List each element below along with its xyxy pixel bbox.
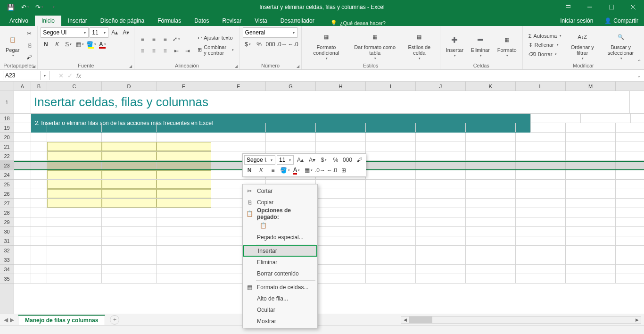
row-header[interactable]: 18 (0, 114, 14, 123)
row-header[interactable]: 19 (0, 123, 14, 133)
grow-font-icon[interactable]: A▴ (109, 27, 120, 38)
mini-border-icon[interactable]: ▦▾ (303, 166, 314, 175)
fill-button[interactable]: ↧ Rellenar▾ (526, 41, 564, 49)
ribbon-options-icon[interactable] (557, 0, 579, 14)
sheet-nav-next-icon[interactable]: ▶ (10, 317, 14, 323)
tab-data[interactable]: Datos (188, 16, 215, 26)
enter-formula-icon[interactable]: ✓ (67, 72, 73, 79)
new-sheet-button[interactable]: + (110, 315, 119, 325)
decrease-decimal-icon[interactable]: ←.0 (288, 39, 298, 50)
ctx-paste-special[interactable]: Pegado especial... (243, 232, 317, 243)
font-launcher-icon[interactable]: ◢ (129, 64, 132, 68)
sheet-tab-active[interactable]: Manejo de filas y columnas (18, 315, 105, 325)
insert-cells-button[interactable]: ➕Insertar▾ (443, 32, 466, 58)
name-box[interactable]: ▾ (3, 71, 50, 80)
italic-button[interactable]: K (52, 39, 62, 50)
decrease-indent-icon[interactable]: ⇤ (171, 46, 182, 56)
minimize-icon[interactable] (579, 0, 601, 14)
scroll-left-icon[interactable]: ◀ (401, 317, 409, 322)
column-header[interactable]: A (14, 82, 31, 91)
tab-formulas[interactable]: Fórmulas (151, 16, 188, 26)
sort-filter-button[interactable]: A↓ZOrdenar y filtrar▾ (566, 29, 598, 61)
ctx-format-cells[interactable]: ▦Formato de celdas... (243, 282, 317, 293)
tab-file[interactable]: Archivo (3, 16, 35, 26)
number-format-combo[interactable]: ▾ (243, 27, 297, 38)
row-header[interactable]: 28 (0, 208, 14, 217)
formula-input[interactable] (85, 71, 634, 80)
qat-customize-icon[interactable]: ▾ (46, 0, 60, 14)
mini-inc-decimal-icon[interactable]: .0→ (315, 166, 325, 175)
column-header[interactable]: G (266, 82, 316, 91)
ctx-delete[interactable]: Eliminar (243, 257, 317, 268)
mini-fill-color-icon[interactable]: 🪣▾ (280, 166, 290, 175)
align-top-icon[interactable]: ≡ (137, 34, 148, 44)
wrap-text-button[interactable]: ↩ Ajustar texto (195, 34, 236, 42)
ctx-clear-contents[interactable]: Borrar contenido (243, 268, 317, 279)
row-header[interactable]: 27 (0, 199, 14, 208)
paste-button[interactable]: 📋 Pegar▾ (3, 32, 22, 58)
scroll-right-icon[interactable]: ▶ (633, 317, 641, 322)
align-bottom-icon[interactable]: ≡ (160, 34, 170, 44)
mini-font-color-icon[interactable]: A▾ (291, 166, 302, 175)
border-button[interactable]: ▦▾ (74, 39, 85, 50)
row-header[interactable]: 35 (0, 274, 14, 284)
shrink-font-icon[interactable]: A▾ (121, 27, 131, 38)
tell-me[interactable]: 💡 ¿Qué desea hacer? (330, 20, 386, 26)
orientation-icon[interactable]: ⤢▾ (171, 34, 182, 44)
ctx-row-height[interactable]: Alto de fila... (243, 293, 317, 304)
mini-bold-button[interactable]: N (244, 166, 255, 175)
number-launcher-icon[interactable]: ◢ (297, 64, 299, 68)
ctx-copy[interactable]: ⎘Copiar (243, 197, 317, 208)
thousands-icon[interactable]: 000 (265, 39, 276, 50)
ctx-paste-default[interactable]: 📋 (257, 219, 269, 232)
mini-grow-font-icon[interactable]: A▴ (295, 155, 305, 165)
column-header[interactable]: I (366, 82, 416, 91)
share-button[interactable]: 👤 Compartir (599, 16, 644, 26)
tab-view[interactable]: Vista (248, 16, 273, 26)
column-header[interactable]: H (316, 82, 366, 91)
ctx-insert[interactable]: Insertar (243, 245, 317, 257)
column-header[interactable]: E (157, 82, 211, 91)
ctx-show[interactable]: Mostrar (243, 316, 317, 327)
name-box-input[interactable] (3, 71, 40, 80)
row-header[interactable]: 21 (0, 142, 14, 151)
mini-percent-icon[interactable]: % (330, 155, 341, 165)
font-color-button[interactable]: A▾ (97, 39, 107, 50)
cell-styles-button[interactable]: ▦Estilos de celda▾ (402, 29, 437, 61)
tab-home[interactable]: Inicio (35, 16, 61, 26)
mini-dec-decimal-icon[interactable]: ←.0 (327, 166, 337, 175)
copy-icon[interactable]: ⎘ (24, 40, 34, 50)
name-box-dropdown-icon[interactable]: ▾ (40, 71, 49, 80)
font-name-combo[interactable]: ▾ (41, 27, 89, 38)
align-middle-icon[interactable]: ≡ (149, 34, 159, 44)
column-header[interactable]: M (566, 82, 616, 91)
align-center-icon[interactable]: ≡ (149, 46, 159, 56)
fill-color-button[interactable]: 🪣▾ (86, 39, 96, 50)
undo-icon[interactable]: ↶▾ (18, 0, 32, 14)
tab-review[interactable]: Revisar (216, 16, 248, 26)
select-all-corner[interactable] (0, 82, 14, 91)
redo-icon[interactable]: ↷▾ (32, 0, 46, 14)
row-header[interactable]: 31 (0, 236, 14, 246)
row-header[interactable]: 1 (0, 91, 14, 114)
tab-insert[interactable]: Insertar (61, 16, 94, 26)
cells-area[interactable]: Insertar celdas, filas y columnas2. Inse… (14, 91, 644, 284)
row-header[interactable]: 20 (0, 133, 14, 142)
alignment-launcher-icon[interactable]: ◢ (235, 64, 238, 68)
mini-italic-button[interactable]: K (256, 166, 266, 175)
row-header[interactable]: 26 (0, 189, 14, 199)
clear-button[interactable]: ⌫ Borrar▾ (526, 50, 564, 58)
conditional-format-button[interactable]: ▦Formato condicional▾ (305, 29, 348, 61)
cancel-formula-icon[interactable]: ✕ (58, 72, 64, 79)
expand-formula-bar-icon[interactable]: ⌄ (634, 73, 644, 78)
mini-currency-icon[interactable]: $▾ (319, 155, 329, 165)
row-header[interactable]: 32 (0, 246, 14, 255)
align-right-icon[interactable]: ≡ (160, 46, 170, 56)
bold-button[interactable]: N (41, 39, 51, 50)
format-as-table-button[interactable]: ▦Dar formato como tabla▾ (350, 29, 400, 61)
row-header[interactable]: 24 (0, 170, 14, 180)
row-header[interactable]: 29 (0, 217, 14, 227)
maximize-icon[interactable] (601, 0, 622, 14)
column-header[interactable]: J (416, 82, 466, 91)
ctx-hide[interactable]: Ocultar (243, 304, 317, 316)
